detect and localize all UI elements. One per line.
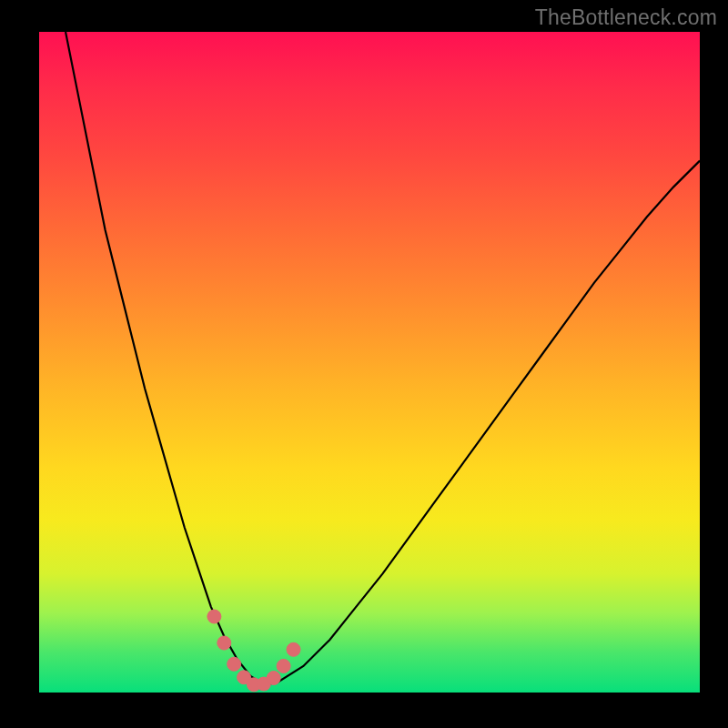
highlight-marker [228,657,241,671]
highlight-marker [277,659,290,672]
bottom-highlight-markers [207,610,300,692]
watermark-text: TheBottleneck.com [535,5,717,30]
bottleneck-curve-svg [39,32,700,693]
chart-frame: TheBottleneck.com [0,0,728,728]
highlight-marker [267,672,280,685]
highlight-marker [207,610,221,623]
bottleneck-curve-path [66,32,700,684]
highlight-marker [287,642,300,656]
highlight-marker [217,636,231,650]
